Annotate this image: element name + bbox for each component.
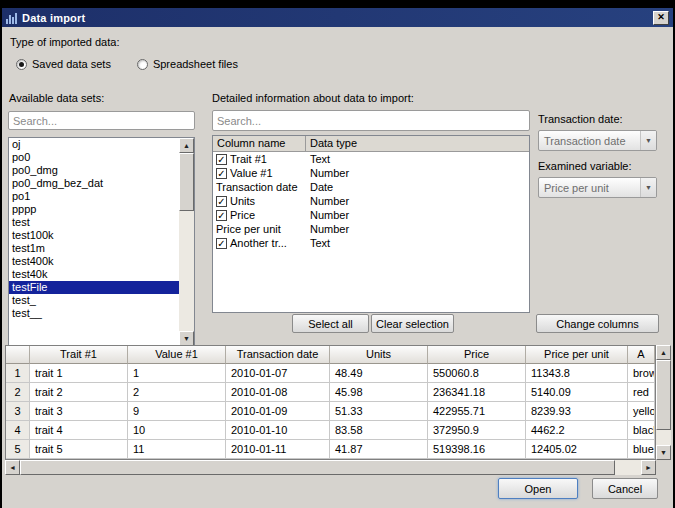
scroll-left-icon[interactable]: ◄ bbox=[5, 460, 20, 475]
preview-cell[interactable]: 1 bbox=[128, 364, 226, 383]
dataset-list-item[interactable]: test bbox=[9, 216, 179, 229]
examined-variable-combo[interactable]: Price per unit ▼ bbox=[538, 177, 657, 198]
dataset-list-scrollbar[interactable]: ▲ ▼ bbox=[179, 138, 194, 346]
column-row[interactable]: ✓UnitsNumber bbox=[213, 194, 529, 208]
preview-cell[interactable]: 550060.8 bbox=[428, 364, 526, 383]
column-row[interactable]: ✓Value #1Number bbox=[213, 166, 529, 180]
radio-icon[interactable] bbox=[137, 59, 148, 70]
open-button[interactable]: Open bbox=[498, 478, 578, 499]
dataset-list-item[interactable]: test_ bbox=[9, 294, 179, 307]
dataset-list-item[interactable]: po1 bbox=[9, 190, 179, 203]
preview-cell[interactable]: 10 bbox=[128, 421, 226, 440]
preview-cell[interactable]: 2 bbox=[128, 383, 226, 402]
preview-cell[interactable]: red bbox=[628, 383, 655, 402]
radio-saved-data-sets[interactable]: Saved data sets bbox=[16, 58, 111, 70]
scroll-thumb[interactable] bbox=[20, 460, 615, 475]
preview-cell[interactable]: yello bbox=[628, 402, 655, 421]
preview-cell[interactable]: trait 4 bbox=[30, 421, 128, 440]
columns-search-input[interactable] bbox=[212, 110, 530, 131]
preview-column-header[interactable]: Transaction date bbox=[226, 346, 330, 364]
preview-cell[interactable]: blue bbox=[628, 440, 655, 459]
dataset-list-item[interactable]: test100k bbox=[9, 229, 179, 242]
preview-cell[interactable]: 422955.71 bbox=[428, 402, 526, 421]
preview-cell[interactable]: 519398.16 bbox=[428, 440, 526, 459]
preview-column-header[interactable]: Value #1 bbox=[128, 346, 226, 364]
preview-cell[interactable]: 12405.02 bbox=[526, 440, 628, 459]
type-section-label: Type of imported data: bbox=[10, 36, 119, 48]
column-name-label: Trait #1 bbox=[230, 153, 267, 165]
preview-cell[interactable]: 2010-01-07 bbox=[226, 364, 330, 383]
chevron-down-icon[interactable]: ▼ bbox=[640, 178, 656, 197]
preview-column-header[interactable]: Price bbox=[428, 346, 526, 364]
column-checkbox-icon[interactable]: ✓ bbox=[216, 154, 227, 165]
column-row[interactable]: ✓Another tr...Text bbox=[213, 236, 529, 250]
preview-cell[interactable]: 2010-01-10 bbox=[226, 421, 330, 440]
preview-column-header[interactable]: Trait #1 bbox=[30, 346, 128, 364]
select-all-button[interactable]: Select all bbox=[292, 314, 369, 333]
column-row[interactable]: Price per unitNumber bbox=[213, 222, 529, 236]
preview-cell[interactable]: 41.87 bbox=[330, 440, 428, 459]
preview-cell[interactable]: 2010-01-11 bbox=[226, 440, 330, 459]
dataset-list-item[interactable]: test400k bbox=[9, 255, 179, 268]
preview-cell[interactable]: trait 1 bbox=[30, 364, 128, 383]
preview-cell[interactable]: brow bbox=[628, 364, 655, 383]
datasets-search-input[interactable] bbox=[8, 111, 195, 130]
scroll-up-icon[interactable]: ▲ bbox=[656, 345, 671, 360]
preview-cell[interactable]: 83.58 bbox=[330, 421, 428, 440]
scroll-down-icon[interactable]: ▼ bbox=[179, 331, 194, 346]
column-checkbox-icon[interactable]: ✓ bbox=[216, 168, 227, 179]
preview-cell[interactable]: black bbox=[628, 421, 655, 440]
transaction-date-combo[interactable]: Transaction date ▼ bbox=[538, 130, 657, 151]
column-checkbox-icon[interactable]: ✓ bbox=[216, 196, 227, 207]
dataset-list-item[interactable]: test1m bbox=[9, 242, 179, 255]
preview-cell[interactable]: 372950.9 bbox=[428, 421, 526, 440]
cancel-button[interactable]: Cancel bbox=[592, 478, 658, 499]
preview-cell[interactable]: 8239.93 bbox=[526, 402, 628, 421]
radio-icon[interactable] bbox=[16, 59, 27, 70]
dataset-list-item[interactable]: pppp bbox=[9, 203, 179, 216]
preview-horizontal-scrollbar[interactable]: ◄ ► bbox=[5, 460, 656, 475]
preview-cell[interactable]: 48.49 bbox=[330, 364, 428, 383]
column-row[interactable]: ✓Trait #1Text bbox=[213, 152, 529, 166]
column-checkbox-icon[interactable]: ✓ bbox=[216, 238, 227, 249]
dataset-list-item[interactable]: testFile bbox=[9, 281, 179, 294]
preview-cell[interactable]: 11 bbox=[128, 440, 226, 459]
radio-spreadsheet-files[interactable]: Spreadsheet files bbox=[137, 58, 238, 70]
preview-cell[interactable]: trait 5 bbox=[30, 440, 128, 459]
column-row[interactable]: ✓PriceNumber bbox=[213, 208, 529, 222]
scroll-thumb[interactable] bbox=[656, 360, 671, 430]
clear-selection-button[interactable]: Clear selection bbox=[371, 314, 454, 333]
column-row[interactable]: Transaction dateDate bbox=[213, 180, 529, 194]
scroll-thumb[interactable] bbox=[179, 153, 194, 211]
dataset-list-item[interactable]: test40k bbox=[9, 268, 179, 281]
dataset-list-item[interactable]: po0 bbox=[9, 151, 179, 164]
dataset-list-item[interactable]: po0_dmg_bez_dat bbox=[9, 177, 179, 190]
preview-cell[interactable]: 236341.18 bbox=[428, 383, 526, 402]
preview-column-header[interactable]: Price per unit bbox=[526, 346, 628, 364]
preview-cell[interactable]: 5140.09 bbox=[526, 383, 628, 402]
preview-cell[interactable]: 51.33 bbox=[330, 402, 428, 421]
dataset-list-item[interactable]: test__ bbox=[9, 307, 179, 320]
scroll-down-icon[interactable]: ▼ bbox=[656, 445, 671, 460]
preview-cell[interactable]: trait 3 bbox=[30, 402, 128, 421]
preview-vertical-scrollbar[interactable]: ▲ ▼ bbox=[656, 345, 671, 460]
preview-column-header[interactable]: Units bbox=[330, 346, 428, 364]
chevron-down-icon[interactable]: ▼ bbox=[640, 131, 656, 150]
dataset-list-item[interactable]: oj bbox=[9, 138, 179, 151]
preview-cell[interactable]: 2010-01-09 bbox=[226, 402, 330, 421]
preview-cell[interactable]: 11343.8 bbox=[526, 364, 628, 383]
change-columns-button[interactable]: Change columns bbox=[536, 314, 659, 333]
preview-cell[interactable]: 2010-01-08 bbox=[226, 383, 330, 402]
preview-cell[interactable]: trait 2 bbox=[30, 383, 128, 402]
dataset-list-item[interactable]: po0_dmg bbox=[9, 164, 179, 177]
preview-cell[interactable]: 4462.2 bbox=[526, 421, 628, 440]
column-name-label: Value #1 bbox=[230, 167, 273, 179]
preview-cell[interactable]: 45.98 bbox=[330, 383, 428, 402]
scroll-right-icon[interactable]: ► bbox=[641, 460, 656, 475]
preview-cell[interactable]: 9 bbox=[128, 402, 226, 421]
column-checkbox-icon[interactable]: ✓ bbox=[216, 210, 227, 221]
column-name-label: Price bbox=[230, 209, 255, 221]
preview-column-header[interactable]: A bbox=[628, 346, 655, 364]
scroll-up-icon[interactable]: ▲ bbox=[179, 138, 194, 153]
close-icon[interactable]: ✕ bbox=[653, 11, 669, 25]
